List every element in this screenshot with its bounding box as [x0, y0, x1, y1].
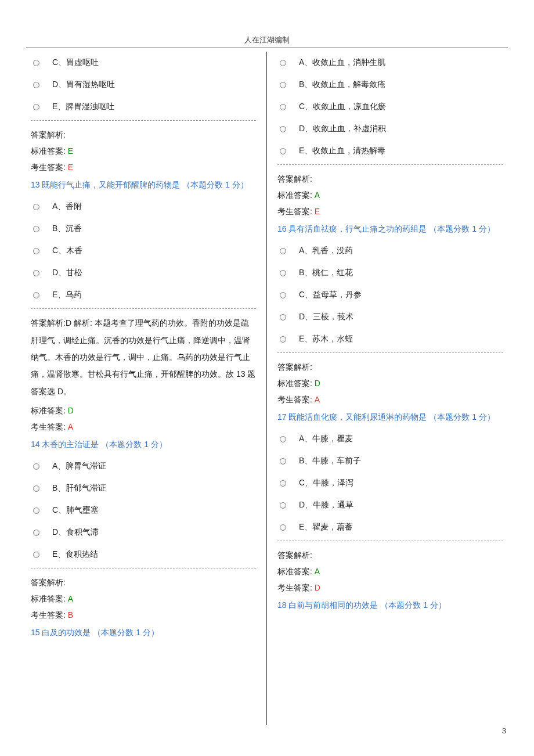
standard-label: 标准答案:: [277, 567, 312, 576]
radio-icon: [33, 485, 39, 492]
option-text: C、木香: [48, 246, 82, 256]
standard-answer: A: [68, 594, 73, 603]
option-text: C、牛膝，泽泻: [294, 478, 353, 488]
q17-option-e[interactable]: E、瞿麦，萹蓄: [277, 516, 503, 538]
q14-option-e[interactable]: E、食积热结: [31, 543, 256, 566]
q13-option-b[interactable]: B、沉香: [31, 218, 256, 240]
radio-icon: [33, 270, 39, 276]
q15-option-c[interactable]: C、收敛止血，凉血化瘀: [277, 96, 503, 118]
radio-icon: [33, 463, 39, 470]
option-text: E、食积热结: [48, 549, 98, 560]
q16-option-c[interactable]: C、益母草，丹参: [277, 284, 503, 306]
q16-option-d[interactable]: D、三棱，莪术: [277, 306, 503, 328]
q17-option-c[interactable]: C、牛膝，泽泻: [277, 472, 503, 494]
option-text: D、收敛止血，补虚消积: [294, 124, 386, 134]
radio-icon: [280, 104, 286, 110]
divider: [277, 352, 503, 353]
page-header: 人在江湖编制: [26, 35, 508, 48]
divider: [31, 120, 256, 121]
option-text: D、食积气滞: [48, 527, 99, 538]
standard-label: 标准答案:: [31, 146, 66, 156]
candidate-answer: D: [315, 583, 320, 592]
q14-option-c[interactable]: C、肺气壅塞: [31, 499, 256, 521]
radio-icon: [33, 204, 39, 210]
q17-analysis: 答案解析: 标准答案: A 考生答案: D: [277, 547, 503, 596]
candidate-label: 考生答案:: [277, 395, 312, 404]
option-text: E、瞿麦，萹蓄: [294, 522, 353, 532]
standard-answer: E: [68, 146, 73, 156]
option-text: C、胃虚呕吐: [48, 57, 99, 68]
divider: [277, 164, 503, 165]
option-text: C、益母草，丹参: [294, 290, 362, 300]
candidate-answer: E: [68, 163, 73, 172]
standard-answer: A: [315, 567, 320, 576]
candidate-answer: A: [315, 395, 320, 404]
option-text: A、牛膝，瞿麦: [294, 434, 353, 444]
option-text: B、沉香: [48, 224, 82, 234]
candidate-answer: A: [68, 422, 73, 431]
radio-icon: [280, 458, 286, 465]
q17-option-a[interactable]: A、牛膝，瞿麦: [277, 428, 503, 450]
radio-icon: [33, 60, 39, 66]
q13-option-a[interactable]: A、香附: [31, 196, 256, 218]
q15-analysis: 答案解析: 标准答案: A 考生答案: E: [277, 171, 503, 219]
q14-option-b[interactable]: B、肝郁气滞证: [31, 477, 256, 499]
q14-question: 14 木香的主治证是 （本题分数 1 分）: [31, 437, 256, 452]
q13-option-d[interactable]: D、甘松: [31, 262, 256, 284]
option-text: A、脾胃气滞证: [48, 461, 106, 471]
q15-option-d[interactable]: D、收敛止血，补虚消积: [277, 118, 503, 140]
q12-option-d[interactable]: D、胃有湿热呕吐: [31, 74, 256, 96]
column-left: C、胃虚呕吐 D、胃有湿热呕吐 E、脾胃湿浊呕吐 答案解析: 标准答案: E 考…: [26, 52, 267, 725]
analysis-label: 答案解析:: [31, 127, 256, 143]
analysis-label: 答案解析:: [277, 171, 503, 187]
standard-answer: A: [315, 190, 320, 200]
radio-icon: [280, 480, 286, 487]
q14-analysis: 答案解析: 标准答案: A 考生答案: B: [31, 574, 256, 623]
candidate-answer: E: [315, 207, 320, 216]
q17-option-b[interactable]: B、牛膝，车前子: [277, 450, 503, 472]
q13-option-c[interactable]: C、木香: [31, 240, 256, 262]
q15-option-e[interactable]: E、收敛止血，清热解毒: [277, 140, 503, 162]
radio-icon: [33, 104, 39, 110]
option-text: B、牛膝，车前子: [294, 456, 361, 466]
q16-option-a[interactable]: A、乳香，没药: [277, 240, 503, 262]
option-text: D、胃有湿热呕吐: [48, 80, 115, 90]
radio-icon: [33, 292, 39, 298]
q13-analysis: 答案解析:D 解析: 本题考查了理气药的功效。香附的功效是疏肝理气，调经止痛。沉…: [31, 315, 256, 435]
q15-option-a[interactable]: A、收敛止血，消肿生肌: [277, 52, 503, 74]
q16-option-e[interactable]: E、苏木，水蛭: [277, 328, 503, 350]
divider: [31, 308, 256, 309]
radio-icon: [33, 226, 39, 232]
column-right: A、收敛止血，消肿生肌 B、收敛止血，解毒敛疮 C、收敛止血，凉血化瘀 D、收敛…: [267, 52, 508, 725]
q16-question: 16 具有活血祛瘀，行气止痛之功的药组是 （本题分数 1 分）: [277, 222, 503, 236]
option-text: C、肺气壅塞: [48, 505, 99, 516]
candidate-label: 考生答案:: [277, 583, 312, 592]
q14-option-d[interactable]: D、食积气滞: [31, 521, 256, 543]
radio-icon: [33, 552, 39, 558]
radio-icon: [280, 436, 286, 442]
candidate-label: 考生答案:: [31, 610, 66, 620]
radio-icon: [280, 126, 286, 132]
standard-answer: D: [68, 406, 74, 415]
q15-option-b[interactable]: B、收敛止血，解毒敛疮: [277, 74, 503, 96]
q12-option-e[interactable]: E、脾胃湿浊呕吐: [31, 96, 256, 118]
q16-option-b[interactable]: B、桃仁，红花: [277, 262, 503, 284]
q12-option-c[interactable]: C、胃虚呕吐: [31, 52, 256, 74]
radio-icon: [280, 524, 286, 531]
q14-option-a[interactable]: A、脾胃气滞证: [31, 455, 256, 477]
q13-option-e[interactable]: E、乌药: [31, 284, 256, 306]
radio-icon: [33, 248, 39, 254]
analysis-label: 答案解析:: [277, 359, 503, 375]
candidate-label: 考生答案:: [31, 422, 66, 431]
q17-option-d[interactable]: D、牛膝，通草: [277, 494, 503, 516]
divider: [277, 541, 503, 541]
candidate-answer: B: [68, 610, 73, 620]
option-text: D、甘松: [48, 268, 82, 278]
radio-icon: [280, 292, 286, 298]
content-columns: C、胃虚呕吐 D、胃有湿热呕吐 E、脾胃湿浊呕吐 答案解析: 标准答案: E 考…: [26, 52, 508, 725]
radio-icon: [280, 60, 286, 66]
radio-icon: [280, 82, 286, 88]
option-text: B、收敛止血，解毒敛疮: [294, 80, 385, 90]
radio-icon: [33, 530, 39, 536]
q15-question: 15 白及的功效是 （本题分数 1 分）: [31, 625, 256, 640]
